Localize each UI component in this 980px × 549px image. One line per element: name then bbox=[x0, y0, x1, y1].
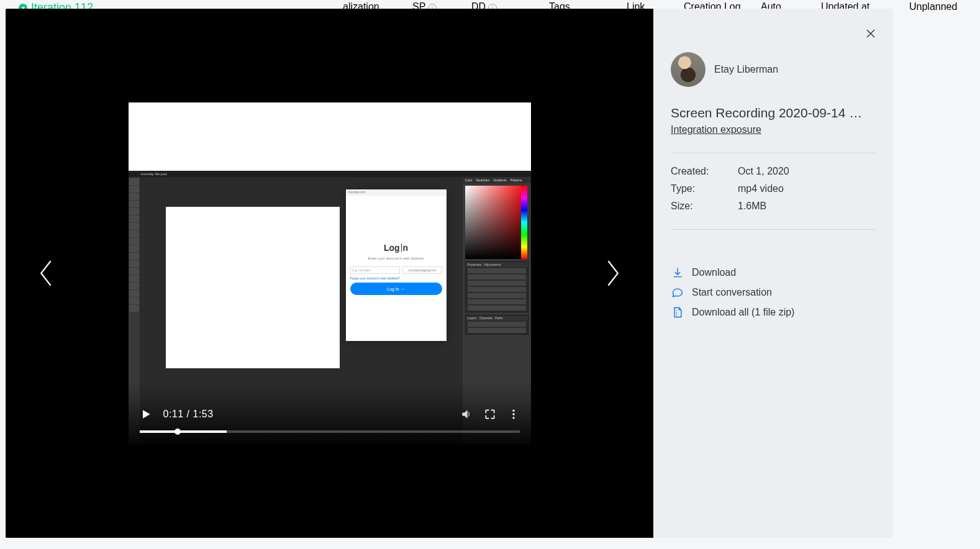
login-dialog: monday.com Logn Enter your account's web… bbox=[346, 189, 447, 341]
login-forgot-link: Forgot your account's web address? bbox=[350, 276, 400, 280]
video-content[interactable]: monday file.psd ColorSwatchesGradientsPa… bbox=[129, 171, 531, 444]
download-label: Download bbox=[692, 267, 736, 278]
file-title: Screen Recording 2020-09-14 at … bbox=[671, 106, 863, 120]
kebab-icon bbox=[507, 408, 520, 420]
ps-properties-panel: Properties Adjustments bbox=[465, 261, 529, 312]
fullscreen-icon bbox=[484, 408, 496, 420]
divider bbox=[671, 153, 876, 153]
start-conversation-action[interactable]: Start conversation bbox=[671, 286, 876, 299]
file-preview-modal: monday file.psd ColorSwatchesGradientsPa… bbox=[6, 9, 893, 538]
meta-created-value: Oct 1, 2020 bbox=[738, 166, 876, 177]
ps-canvas bbox=[166, 207, 340, 368]
project-link[interactable]: Integration exposure bbox=[671, 124, 761, 135]
fullscreen-button[interactable] bbox=[484, 408, 496, 420]
login-account-input: e.g. my-team bbox=[350, 266, 400, 274]
ps-hue-strip bbox=[521, 186, 527, 259]
download-action[interactable]: Download bbox=[671, 266, 876, 279]
column-header: Unplanned bbox=[909, 1, 957, 12]
login-submit-button: Log In → bbox=[350, 283, 442, 295]
svg-marker-0 bbox=[143, 410, 150, 418]
svg-point-2 bbox=[512, 413, 514, 415]
close-icon bbox=[865, 28, 876, 39]
conversation-label: Start conversation bbox=[692, 287, 772, 298]
play-button[interactable] bbox=[140, 408, 152, 420]
video-controls: 0:11 / 1:53 bbox=[129, 382, 531, 444]
close-button[interactable] bbox=[863, 26, 878, 41]
video-player-frame: monday file.psd ColorSwatchesGradientsPa… bbox=[129, 102, 531, 444]
divider bbox=[671, 229, 876, 230]
ps-panel-tab: Swatches bbox=[476, 178, 489, 182]
ps-panel-tab: Patterns bbox=[510, 178, 522, 182]
video-progress-thumb[interactable] bbox=[175, 429, 181, 435]
video-time-display: 0:11 / 1:53 bbox=[163, 409, 214, 420]
play-icon bbox=[140, 408, 152, 420]
login-dialog-titlebar: monday.com bbox=[346, 189, 447, 196]
meta-type-value: mp4 video bbox=[738, 183, 876, 194]
video-progress-track[interactable] bbox=[140, 430, 520, 433]
ps-titlebar: monday file.psd bbox=[129, 171, 531, 177]
ps-panel-tab: Gradients bbox=[493, 178, 507, 182]
more-options-button[interactable] bbox=[507, 408, 520, 420]
ps-color-picker bbox=[465, 186, 527, 259]
ps-panel-tab: Color bbox=[465, 178, 473, 182]
meta-size-label: Size: bbox=[671, 201, 738, 212]
login-domain-suffix: .mondaystaging.com bbox=[402, 266, 442, 274]
chevron-left-icon bbox=[38, 260, 55, 287]
chat-icon bbox=[671, 286, 684, 299]
file-info-sidebar: Etay Liberman Screen Recording 2020-09-1… bbox=[653, 9, 893, 538]
zip-file-icon bbox=[671, 306, 684, 319]
login-subtitle: Enter your account's web address bbox=[368, 256, 424, 260]
meta-created-label: Created: bbox=[671, 166, 738, 177]
mute-button[interactable] bbox=[460, 408, 473, 420]
meta-size-value: 1.6MB bbox=[738, 201, 876, 212]
ps-layers-panel: Layers Channels Paths bbox=[465, 315, 529, 335]
author-name: Etay Liberman bbox=[714, 64, 778, 75]
download-all-label: Download all (1 file zip) bbox=[692, 307, 794, 318]
volume-icon bbox=[460, 408, 473, 420]
video-buffered bbox=[140, 430, 227, 433]
download-all-action[interactable]: Download all (1 file zip) bbox=[671, 306, 876, 319]
avatar bbox=[671, 52, 706, 87]
svg-point-3 bbox=[512, 417, 514, 419]
video-letterbox-top bbox=[129, 102, 531, 171]
file-metadata: Created: Oct 1, 2020 Type: mp4 video Siz… bbox=[671, 166, 876, 212]
prev-file-button[interactable] bbox=[33, 260, 60, 287]
file-viewer: monday file.psd ColorSwatchesGradientsPa… bbox=[6, 9, 653, 538]
login-title: Logn bbox=[384, 243, 408, 253]
next-file-button[interactable] bbox=[599, 260, 626, 287]
svg-point-1 bbox=[512, 410, 514, 412]
meta-type-label: Type: bbox=[671, 183, 738, 194]
chevron-right-icon bbox=[604, 260, 621, 287]
download-icon bbox=[671, 266, 684, 279]
